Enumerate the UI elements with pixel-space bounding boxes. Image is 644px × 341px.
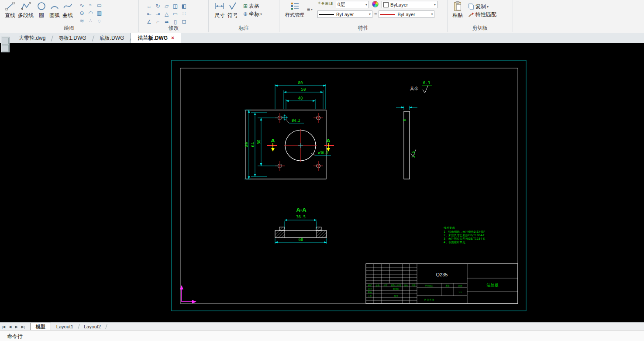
copy-button[interactable]: 复制 ▾ <box>467 3 498 10</box>
close-icon[interactable]: × <box>171 35 174 41</box>
last-tab-button[interactable]: ▶| <box>20 325 27 329</box>
tb-rev-header: 更改文件号 <box>391 284 401 286</box>
modify-tool-icon[interactable]: ▭ <box>171 10 179 17</box>
drawing-canvas-area[interactable]: 80 50 40 80 64 50 Ø4.2 ø36.5 <box>0 43 644 322</box>
modify-panel: ↔ ↻ ▱ ◫ ◧ ⇤ ⇥ △ ▭ ∷ ∠ ⌐ ≃ ▯ ⊟ 修改 <box>139 0 209 32</box>
layer-freeze-icon[interactable]: ◆ <box>321 1 324 5</box>
linetype-dropdown[interactable]: ByLayer ▾ <box>317 10 372 18</box>
table-tool-button[interactable]: ⊞ 表格 <box>242 2 263 10</box>
dimension-tool-button[interactable]: 尺寸 <box>213 0 226 19</box>
table-tool-label: 表格 <box>249 3 259 10</box>
draw-extra-tool-icon[interactable]: ◠ <box>86 9 95 17</box>
modify-tool-icon[interactable]: ↔ <box>145 2 153 10</box>
symbol-icon <box>227 1 238 11</box>
tb-role: 批准 <box>393 295 398 297</box>
draw-extra-tool-icon[interactable]: ⊙ <box>78 9 86 17</box>
draw-panel-label: 绘图 <box>0 24 138 32</box>
layout-tab-layout1[interactable]: Layout1 <box>51 323 79 330</box>
flange-plate-drawing: 80 50 40 80 64 50 Ø4.2 ø36.5 <box>0 43 644 322</box>
layer-state-icons: ☀ ◆ ▣ ◨ <box>317 1 333 5</box>
polyline-icon <box>21 1 31 11</box>
mini-tool-icon[interactable] <box>2 38 9 45</box>
dim-hole-diameter: Ø4.2 <box>292 118 300 123</box>
layer-lock-icon[interactable]: ▣ <box>325 1 329 5</box>
properties-panel-label: 特性 <box>279 24 447 32</box>
layer-value: 0层 <box>337 1 365 8</box>
coordinate-icon: ⊕ <box>243 11 248 17</box>
line-tool-button[interactable]: 直线 <box>3 0 17 19</box>
modify-tool-icon[interactable]: ▱ <box>162 2 171 10</box>
chevron-down-icon: ▾ <box>365 3 367 7</box>
layer-dropdown[interactable]: 0层 ▾ <box>336 1 369 8</box>
next-tab-button[interactable]: ▶ <box>13 325 19 329</box>
arc-tool-label: 圆弧 <box>49 12 60 19</box>
doc-tab-label: 底板.DWG <box>100 35 124 41</box>
draw-extra-tool-icon[interactable]: ▥ <box>95 9 103 17</box>
side-roughness-value: 1.6 <box>411 151 416 158</box>
draw-extra-tool-icon[interactable]: ∿ <box>78 1 86 9</box>
title-block: Q235 法兰板 标记 处数 分区 更改文件号 签名 日期 设计 审核 工艺 标… <box>366 264 518 303</box>
copy-label: 复制 <box>475 3 486 10</box>
canvas-mini-toolbar[interactable] <box>1 37 10 52</box>
style-manager-button[interactable]: 样式管理 <box>284 0 306 18</box>
doc-tab-daoban1[interactable]: 导板1.DWG <box>52 33 93 43</box>
mini-tool-icon[interactable] <box>2 45 9 52</box>
layout-tab-model[interactable]: 模型 <box>30 323 51 331</box>
draw-extra-tool-icon[interactable]: ∴ <box>86 17 95 24</box>
tb-role: 工艺 <box>368 294 372 297</box>
layer-plot-icon[interactable]: ◨ <box>329 1 333 5</box>
lineweight-sample <box>380 14 395 15</box>
command-line[interactable]: 命令行 <box>0 330 644 341</box>
coordinate-tool-button[interactable]: ⊕ 坐标 ▾ <box>242 10 263 18</box>
tb-role: 审核 <box>368 291 372 293</box>
tb-role: 标准化 <box>393 288 399 290</box>
tb-weight-label: 重量 <box>445 284 450 287</box>
panel-menu-button[interactable]: ≡ ▾ <box>306 5 314 13</box>
section-view: A-A 36.5 60 <box>275 207 327 244</box>
dim-left-64: 64 <box>251 142 255 147</box>
polyline-tool-button[interactable]: 多段线 <box>17 0 35 19</box>
modify-tool-icon[interactable]: ◧ <box>180 2 188 10</box>
draw-extra-tool-icon[interactable]: ▭ <box>95 1 103 9</box>
doc-tab-label: 大带轮.dwg <box>19 35 45 41</box>
modify-tool-icon[interactable]: ⇤ <box>145 10 153 17</box>
draw-extra-tool-icon[interactable]: ◌ <box>95 17 103 24</box>
arc-tool-button[interactable]: 圆弧 <box>48 0 61 19</box>
dim-section-36-5: 36.5 <box>296 215 306 219</box>
layout-tab-layout2[interactable]: Layout2 <box>79 323 106 330</box>
modify-tool-icon[interactable]: ∷ <box>180 10 188 17</box>
doc-tab-dadailun[interactable]: 大带轮.dwg <box>12 33 52 43</box>
draw-extra-tool-icon[interactable]: ≈ <box>86 1 95 9</box>
match-properties-button[interactable]: 特性匹配 <box>467 10 498 18</box>
modify-tool-icon[interactable]: ↻ <box>154 2 162 10</box>
layer-on-icon[interactable]: ☀ <box>317 1 321 5</box>
doc-tab-label: 导板1.DWG <box>59 35 86 41</box>
symbol-tool-button[interactable]: 符号 <box>226 0 239 19</box>
doc-tab-diban[interactable]: 底板.DWG <box>93 33 131 43</box>
draw-extra-tool-icon[interactable]: ≋ <box>78 17 86 24</box>
modify-tool-icon[interactable]: ⇥ <box>154 10 162 17</box>
technical-requirements: 技术要求 1、锐角倒钝，未注倒角0.5X45° 2、未注尺寸公差按GB/T180… <box>443 226 486 244</box>
modify-tool-icon[interactable]: ◫ <box>171 2 179 10</box>
layout-tab-bar: |◀ ◀ ▶ ▶| 模型 Layout1 Layout2 <box>0 322 644 331</box>
circle-icon <box>36 1 47 11</box>
circle-tool-button[interactable]: 圆 <box>35 0 48 19</box>
part-name: 法兰板 <box>487 283 499 287</box>
doc-tab-falanban[interactable]: 法兰板.DWG× <box>131 33 181 43</box>
paste-button[interactable]: 粘贴 <box>451 0 464 19</box>
prev-tab-button[interactable]: ◀ <box>7 325 13 329</box>
curve-tool-button[interactable]: 曲线 <box>61 0 74 19</box>
first-tab-button[interactable]: |◀ <box>0 325 7 329</box>
section-cut-marks: A A <box>267 138 334 152</box>
lineweight-dropdown[interactable]: ByLayer ▾ <box>379 10 434 18</box>
dim-top-40: 40 <box>298 96 303 100</box>
color-wheel-icon[interactable] <box>372 1 379 7</box>
annotate-panel: 尺寸 符号 ⊞ 表格 ⊕ 坐标 ▾ <box>209 0 279 32</box>
chevron-down-icon: ▾ <box>311 7 313 11</box>
draw-panel: 直线 多段线 圆 <box>0 0 139 32</box>
color-dropdown[interactable]: ByLayer ▾ <box>382 1 437 8</box>
line-tool-label: 直线 <box>5 12 15 19</box>
tb-rev-header: 处数 <box>375 284 380 287</box>
modify-tool-icon[interactable]: △ <box>162 10 171 17</box>
linetype-sample <box>319 14 334 15</box>
